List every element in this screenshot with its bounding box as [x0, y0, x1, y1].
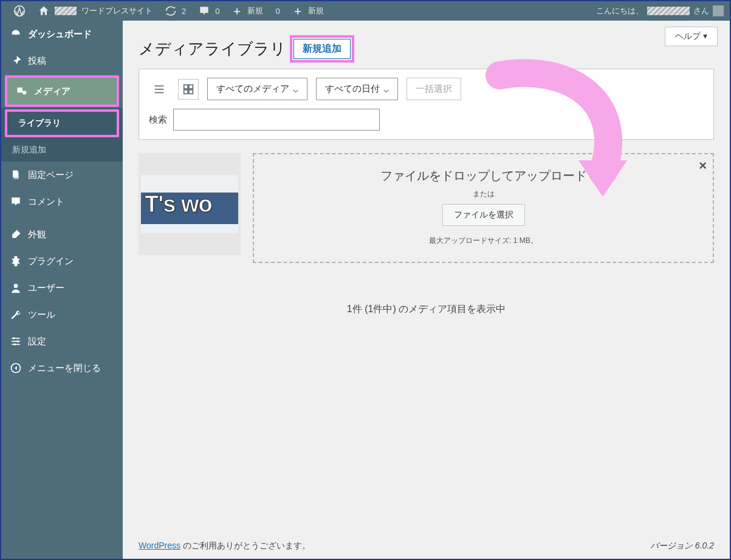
home-icon	[38, 5, 50, 17]
sidebar-subitem-addnew[interactable]: 新規追加	[1, 138, 123, 162]
sidebar-subitem-library[interactable]: ライブラリ	[7, 112, 117, 135]
svg-rect-2	[18, 87, 22, 92]
updates[interactable]: 2	[159, 1, 192, 21]
view-grid-button[interactable]	[178, 79, 199, 100]
page-icon	[10, 169, 22, 181]
sidebar-item-pages[interactable]: 固定ページ	[1, 162, 123, 188]
svg-point-10	[13, 337, 15, 339]
admin-sidebar: ダッシュボード 投稿 メディア ライブラリ 新規追加 固定ページ コメント	[1, 21, 123, 559]
svg-point-3	[22, 90, 27, 95]
sidebar-label: ツール	[28, 309, 55, 321]
dropzone-or: または	[473, 189, 495, 199]
new-label-1: 新規	[247, 5, 263, 16]
select-files-button[interactable]: ファイルを選択	[442, 204, 525, 226]
wordpress-link[interactable]: WordPress	[139, 541, 180, 550]
comment-icon	[198, 5, 210, 17]
comments-bar[interactable]: 0	[192, 1, 225, 21]
media-count-text: 1件 (1件中) のメディア項目を表示中	[123, 303, 730, 316]
grid-icon	[182, 83, 195, 96]
wp-logo[interactable]	[7, 1, 32, 21]
sidebar-item-settings[interactable]: 設定	[1, 328, 123, 355]
pin-icon	[10, 55, 22, 67]
site-name: ワードプレスサイト	[81, 5, 153, 16]
search-input[interactable]	[173, 109, 380, 131]
sidebar-item-media[interactable]: メディア	[7, 78, 117, 104]
sidebar-label: メニューを閉じる	[28, 363, 101, 374]
sidebar-label: プラグイン	[28, 256, 74, 267]
plugin-icon	[10, 255, 22, 267]
greeting-post: さん	[693, 5, 709, 16]
highlight-media: メディア	[5, 75, 119, 107]
thumbnail-text: T's wo	[145, 191, 212, 217]
user-icon	[10, 282, 22, 294]
chevron-down-icon: ⌵	[293, 84, 298, 95]
admin-top-bar: ワードプレスサイト 2 0 ＋ 新規 0 ＋ 新規 こんにちは、 さん	[1, 1, 730, 21]
svg-point-1	[15, 33, 16, 35]
sidebar-item-appearance[interactable]: 外観	[1, 221, 123, 248]
media-icon	[16, 85, 28, 97]
sidebar-label: 外観	[28, 229, 46, 241]
filter-media-type[interactable]: すべてのメディア ⌵	[207, 78, 307, 100]
new-label-2: 新規	[308, 5, 324, 16]
new-content-2[interactable]: ＋ 新規	[286, 1, 330, 21]
plus-icon: ＋	[292, 4, 303, 18]
avatar	[713, 5, 724, 16]
dashboard-icon	[10, 28, 22, 40]
page-title: メディアライブラリ	[139, 38, 286, 60]
add-new-button[interactable]: 新規追加	[293, 39, 351, 59]
username-placeholder	[647, 7, 690, 15]
svg-rect-18	[189, 84, 193, 88]
new-content-1[interactable]: ＋ 新規	[225, 1, 269, 21]
count-0[interactable]: 0	[269, 1, 286, 21]
site-icon-placeholder	[55, 7, 77, 15]
footer-thanks: のご利用ありがとうございます。	[180, 541, 311, 550]
user-greeting[interactable]: こんにちは、 さん	[596, 5, 724, 16]
sidebar-collapse[interactable]: メニューを閉じる	[1, 355, 123, 381]
upload-dropzone[interactable]: × ファイルをドロップしてアップロード または ファイルを選択 最大アップロード…	[253, 153, 714, 263]
site-home[interactable]: ワードプレスサイト	[32, 1, 159, 21]
thumbnail-image: T's wo	[141, 175, 238, 233]
media-thumbnail[interactable]: T's wo	[139, 153, 241, 255]
close-dropzone-button[interactable]: ×	[699, 158, 707, 174]
sliders-icon	[10, 335, 22, 347]
search-label: 検索	[149, 114, 167, 126]
bulk-select-button[interactable]: 一括選択	[407, 78, 461, 100]
sidebar-label: 投稿	[28, 55, 46, 67]
updates-count: 2	[182, 7, 186, 16]
svg-rect-17	[184, 84, 188, 88]
help-tab[interactable]: ヘルプ ▾	[665, 27, 718, 46]
view-list-button[interactable]	[149, 79, 170, 100]
highlight-library: ライブラリ	[5, 109, 119, 137]
collapse-icon	[10, 362, 22, 374]
filter-date[interactable]: すべての日付 ⌵	[316, 78, 398, 100]
plus-icon: ＋	[232, 4, 242, 18]
svg-point-6	[14, 284, 18, 288]
sidebar-item-dashboard[interactable]: ダッシュボード	[1, 21, 123, 47]
chevron-down-icon: ⌵	[383, 84, 389, 95]
svg-point-12	[14, 343, 16, 345]
sidebar-label: メディア	[34, 86, 70, 97]
list-icon	[153, 83, 166, 96]
filter-media-type-label: すべてのメディア	[216, 83, 289, 95]
count-0-value: 0	[275, 7, 280, 16]
comments-count: 0	[215, 7, 219, 16]
brush-icon	[10, 228, 22, 241]
sidebar-item-users[interactable]: ユーザー	[1, 275, 123, 301]
refresh-icon	[165, 5, 177, 17]
svg-point-11	[17, 340, 19, 342]
sidebar-item-tools[interactable]: ツール	[1, 301, 123, 328]
svg-rect-20	[189, 89, 193, 93]
version-text: バージョン 6.0.2	[650, 541, 714, 551]
sidebar-label: コメント	[28, 196, 64, 208]
sidebar-label: 固定ページ	[28, 169, 74, 181]
admin-footer: WordPress のご利用ありがとうございます。 バージョン 6.0.2	[123, 533, 730, 559]
wordpress-icon	[13, 5, 26, 17]
sidebar-item-comments[interactable]: コメント	[1, 188, 123, 215]
svg-rect-19	[184, 89, 188, 93]
media-filter-card: すべてのメディア ⌵ すべての日付 ⌵ 一括選択 検索	[139, 69, 714, 140]
sidebar-label: ダッシュボード	[28, 29, 92, 40]
wrench-icon	[10, 309, 22, 321]
highlight-addnew: 新規追加	[290, 35, 354, 63]
sidebar-item-posts[interactable]: 投稿	[1, 47, 123, 74]
sidebar-item-plugins[interactable]: プラグイン	[1, 248, 123, 275]
